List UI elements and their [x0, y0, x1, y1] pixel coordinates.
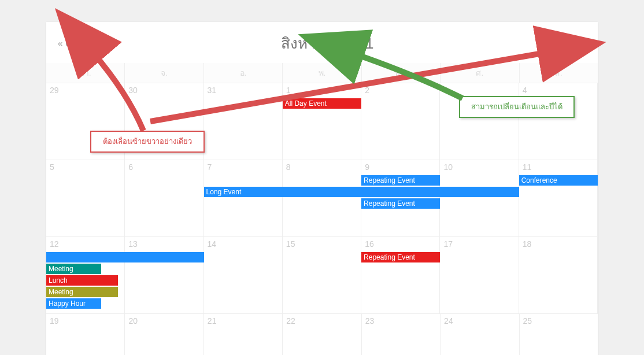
day-cell[interactable]: 31 [204, 83, 283, 160]
day-num: 10 [443, 162, 515, 172]
day-header-tue: อ. [204, 63, 283, 83]
day-num: 30 [128, 86, 199, 95]
day-num: 25 [523, 316, 594, 326]
week-row: 12 13 14 15 16 17 18 Repeating Event Mee… [46, 236, 598, 313]
event-meeting[interactable]: Meeting [46, 264, 101, 274]
day-num: 24 [444, 316, 515, 326]
day-num: 13 [128, 239, 199, 249]
day-num: 14 [208, 239, 279, 249]
day-num: 21 [208, 316, 279, 326]
day-cell[interactable]: 7 [204, 160, 283, 236]
day-num: 18 [523, 239, 594, 249]
calendar-title[interactable]: สิงหาคม 2561 [281, 31, 373, 55]
day-num: 19 [50, 316, 121, 326]
next-month-link[interactable]: เดือนถัดไป » [538, 36, 586, 50]
day-cell[interactable]: 5 [46, 160, 125, 236]
day-cell[interactable]: 20 [125, 314, 203, 355]
calendar: « เดือนก่อนหน้า สิงหาคม 2561 เดือนถัดไป … [46, 22, 598, 355]
day-cell[interactable]: 1 [283, 83, 361, 160]
week-row: 5 6 7 8 9 10 11 Repeating Event Conferen… [46, 160, 598, 236]
day-num: 16 [365, 239, 436, 249]
event-long[interactable]: Long Event [204, 187, 519, 197]
event-repeating[interactable]: Repeating Event [361, 198, 440, 209]
event-all-day[interactable]: All Day Event [283, 98, 361, 109]
day-cell[interactable]: 4 [519, 83, 598, 160]
day-cell[interactable]: 23 [362, 314, 441, 355]
event-lunch[interactable]: Lunch [46, 275, 118, 286]
day-cell[interactable]: 25 [520, 314, 598, 355]
day-cell[interactable]: 8 [283, 160, 361, 236]
day-header-thu: พฤ. [362, 63, 441, 83]
event-happy-hour[interactable]: Happy Hour [46, 298, 101, 309]
day-header-row: อา. จ. อ. พ. พฤ. ศ. ส. [46, 63, 598, 83]
day-num: 2 [365, 86, 436, 95]
event-conference[interactable]: Conference [519, 175, 598, 186]
prev-month-link[interactable]: « เดือนก่อนหน้า [58, 36, 117, 50]
day-cell[interactable]: 15 [283, 237, 361, 313]
day-cell[interactable]: 18 [519, 237, 598, 313]
day-cell[interactable]: 11 [519, 160, 598, 236]
day-header-fri: ศ. [441, 63, 519, 83]
day-num: 3 [443, 86, 515, 95]
day-cell[interactable]: 24 [441, 314, 519, 355]
day-cell[interactable]: 22 [283, 314, 361, 355]
day-cell[interactable]: 13 [125, 237, 203, 313]
calendar-header: « เดือนก่อนหน้า สิงหาคม 2561 เดือนถัดไป … [46, 22, 598, 63]
day-num: 29 [50, 86, 121, 95]
day-cell[interactable]: 2 [361, 83, 440, 160]
event-repeating[interactable]: Repeating Event [361, 252, 440, 262]
day-num: 7 [208, 162, 279, 172]
day-header-sat: ส. [520, 63, 598, 83]
day-num: 8 [286, 162, 357, 172]
day-cell[interactable]: 16 [361, 237, 440, 313]
day-num: 20 [128, 316, 199, 326]
day-num: 12 [50, 239, 121, 249]
day-num: 11 [523, 162, 594, 172]
day-header-sun: อา. [46, 63, 125, 83]
day-num: 23 [365, 316, 436, 326]
day-cell[interactable]: 19 [46, 314, 125, 355]
week-row: 19 20 21 22 23 24 25 [46, 313, 598, 355]
event-meeting[interactable]: Meeting [46, 287, 118, 297]
annotation-green: สามารถเปลี่ยนเดือนและปีได้ [459, 96, 575, 118]
day-num: 6 [128, 162, 199, 172]
day-num: 15 [286, 239, 357, 249]
day-cell[interactable]: 6 [125, 160, 203, 236]
day-num: 5 [50, 162, 121, 172]
day-num: 9 [365, 162, 436, 172]
event-repeating[interactable]: Repeating Event [361, 175, 440, 186]
day-num: 1 [286, 86, 357, 95]
event-conference-cont[interactable] [46, 252, 204, 262]
day-header-mon: จ. [125, 63, 203, 83]
day-cell[interactable]: 21 [204, 314, 283, 355]
day-cell[interactable]: 17 [440, 237, 519, 313]
day-cell[interactable]: 14 [204, 237, 283, 313]
day-cell[interactable]: 10 [440, 160, 519, 236]
day-num: 22 [286, 316, 357, 326]
day-num: 4 [523, 86, 594, 95]
day-header-wed: พ. [283, 63, 361, 83]
day-num: 31 [208, 86, 279, 95]
day-num: 17 [443, 239, 515, 249]
day-cell[interactable]: 3 [440, 83, 519, 160]
annotation-red: ต้องเลื่อนซ้ายขวาอย่างเดียว [90, 131, 205, 153]
